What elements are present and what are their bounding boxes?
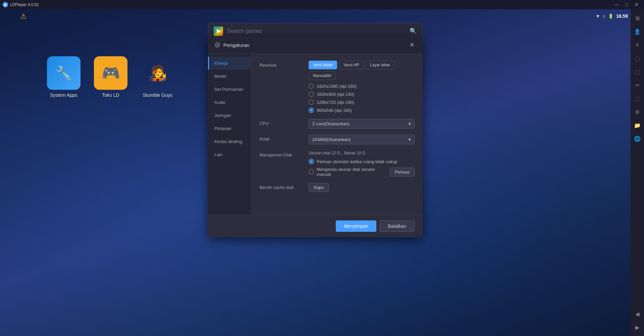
titlebar-controls: ─ □ ✕ <box>612 0 641 9</box>
disk-value-area: Ukuran total 12 G，Bebas 10 G Perluas oto… <box>309 150 415 177</box>
sidebar-icon-arrow-left[interactable]: ◀ <box>631 308 643 320</box>
ram-label: RAM <box>260 135 303 142</box>
radio-1600[interactable] <box>309 91 314 97</box>
resolution-options: 1920x1080 (dpi 280) 1600x900 (dpi 240) 1… <box>309 83 415 113</box>
radio-960[interactable] <box>309 108 314 113</box>
sidebar-icon-window2[interactable]: ⬚ <box>631 66 643 78</box>
disk-info-text: Ukuran total 12 G，Bebas 10 G <box>309 150 415 156</box>
sidebar-icon-settings[interactable]: ⚙ <box>631 106 643 118</box>
resolution-value-960: 960x540 (dpi 160) <box>317 108 352 113</box>
save-button[interactable]: Menyimpan <box>336 220 376 232</box>
cpu-value-area: 2 core(Disarankan) ▾ <box>309 119 415 129</box>
nav-item-audio[interactable]: Audio <box>208 96 251 109</box>
ram-value-area: 2048M(Disarankan) ▾ <box>309 135 415 144</box>
perluas-button[interactable]: Perluas <box>390 167 415 177</box>
restore-button[interactable]: □ <box>622 0 631 9</box>
ram-selected-value: 2048M(Disarankan) <box>312 137 351 142</box>
dialog-body: Kinerja Model Set Permainan Audio Jaring… <box>208 54 423 215</box>
dialog-header: Pengaturan ✕ <box>208 36 423 54</box>
radio-1280[interactable] <box>309 99 314 105</box>
radio-disk-manual[interactable] <box>309 169 314 175</box>
sidebar-icon-menu[interactable]: ≡ <box>631 39 643 51</box>
radio-dot-disk-auto <box>310 160 313 163</box>
titlebar-title: LDPlayer 4.0.81 <box>10 2 612 7</box>
disk-label: Manajemen Disk <box>260 150 303 157</box>
nav-item-jaringan[interactable]: Jaringan <box>208 109 251 122</box>
nav-item-model[interactable]: Model <box>208 70 251 83</box>
disk-auto-label: Perluas otomatis ketika ruang tidak cuku… <box>317 159 397 164</box>
tab-versi-hp[interactable]: Versi HP <box>339 61 364 69</box>
cpu-dropdown[interactable]: 2 core(Disarankan) ▾ <box>309 119 415 129</box>
sidebar-icon-screen[interactable]: ⬚ <box>631 92 643 105</box>
nav-item-kertas-dinding[interactable]: Kertas dinding <box>208 135 251 148</box>
cancel-button[interactable]: Batalkan <box>380 220 415 232</box>
disk-manual-row[interactable]: Mengelola ukuran disk secara manual Perl… <box>309 167 415 177</box>
tab-manualdiri[interactable]: Manualdiri <box>309 71 336 80</box>
dialog-sidebar: Kinerja Model Set Permainan Audio Jaring… <box>208 54 252 215</box>
nav-item-pintasan[interactable]: Pintasan <box>208 122 251 135</box>
nav-item-kinerja[interactable]: Kinerja <box>208 57 251 70</box>
radio-1920[interactable] <box>309 83 314 89</box>
ram-dropdown-arrow: ▾ <box>409 137 411 142</box>
cache-label: Bersih cache disk <box>260 183 303 190</box>
disk-auto-row[interactable]: Perluas otomatis ketika ruang tidak cuku… <box>309 159 415 164</box>
minimize-button[interactable]: ─ <box>612 0 621 9</box>
resolution-option-1280[interactable]: 1280x720 (dpi 240) <box>309 99 415 105</box>
dialog-content: Resolusi Versi tablet Versi HP Layar leb… <box>252 54 423 215</box>
right-sidebar: ⊞ 👤 ≡ ⬚ ⬚ ✂ ⬚ ⚙ 📁 🌐 ◀ ▶ <box>631 9 644 336</box>
resolusi-row: Resolusi Versi tablet Versi HP Layar leb… <box>260 61 415 113</box>
cache-value-area: Sapu <box>309 183 415 192</box>
dialog-overlay: Pengaturan ✕ Kinerja Model Set Permainan… <box>0 9 631 336</box>
sidebar-icon-grid[interactable]: ⊞ <box>631 12 643 24</box>
dialog-close-button[interactable]: ✕ <box>408 41 416 49</box>
resolution-value-1600: 1600x900 (dpi 240) <box>317 92 354 97</box>
disk-row: Manajemen Disk Ukuran total 12 G，Bebas 1… <box>260 150 415 177</box>
ram-row: RAM 2048M(Disarankan) ▾ <box>260 135 415 144</box>
dialog-title-area: Pengaturan <box>215 42 250 48</box>
sapu-button[interactable]: Sapu <box>309 183 329 192</box>
sidebar-icon-globe[interactable]: 🌐 <box>631 133 643 145</box>
resolution-value-1920: 1920x1080 (dpi 280) <box>317 84 357 89</box>
resolution-option-1600[interactable]: 1600x900 (dpi 240) <box>309 91 415 97</box>
cpu-label: CPU <box>260 119 303 126</box>
resolution-value-1280: 1280x720 (dpi 240) <box>317 100 354 105</box>
resolusi-value: Versi tablet Versi HP Layar lebar Manual… <box>309 61 415 113</box>
nav-item-set-permainan[interactable]: Set Permainan <box>208 83 251 96</box>
resolusi-label: Resolusi <box>260 61 303 68</box>
sidebar-icon-folder[interactable]: 📁 <box>631 119 643 131</box>
gear-icon <box>215 42 220 48</box>
cache-row: Bersih cache disk Sapu <box>260 183 415 192</box>
radio-disk-auto[interactable] <box>309 159 314 164</box>
sidebar-icon-scissors[interactable]: ✂ <box>631 79 643 91</box>
cpu-row: CPU 2 core(Disarankan) ▾ <box>260 119 415 129</box>
titlebar: ▶ LDPlayer 4.0.81 ─ □ ✕ <box>0 0 644 9</box>
nav-item-lain[interactable]: Lain <box>208 148 251 161</box>
ram-dropdown[interactable]: 2048M(Disarankan) ▾ <box>309 135 415 144</box>
resolution-option-960[interactable]: 960x540 (dpi 160) <box>309 108 415 113</box>
app-icon: ▶ <box>3 2 8 7</box>
tab-versi-tablet[interactable]: Versi tablet <box>309 61 337 69</box>
radio-dot-960 <box>310 109 313 112</box>
close-button[interactable]: ✕ <box>632 0 641 9</box>
settings-dialog: Pengaturan ✕ Kinerja Model Set Permainan… <box>208 36 423 237</box>
resolution-option-1920[interactable]: 1920x1080 (dpi 280) <box>309 83 415 89</box>
sidebar-icon-user[interactable]: 👤 <box>631 25 643 38</box>
cpu-dropdown-arrow: ▾ <box>409 121 411 126</box>
sidebar-icon-window[interactable]: ⬚ <box>631 52 643 64</box>
resolution-tabs: Versi tablet Versi HP Layar lebar Manual… <box>309 61 415 80</box>
dialog-title-text: Pengaturan <box>223 42 250 48</box>
dialog-footer: Menyimpan Batalkan <box>208 215 423 237</box>
disk-manual-label: Mengelola ukuran disk secara manual <box>317 167 384 177</box>
sidebar-icon-arrow-right[interactable]: ▶ <box>631 321 643 333</box>
tab-layar-lebar[interactable]: Layar lebar <box>366 61 394 69</box>
cpu-selected-value: 2 core(Disarankan) <box>312 121 350 126</box>
